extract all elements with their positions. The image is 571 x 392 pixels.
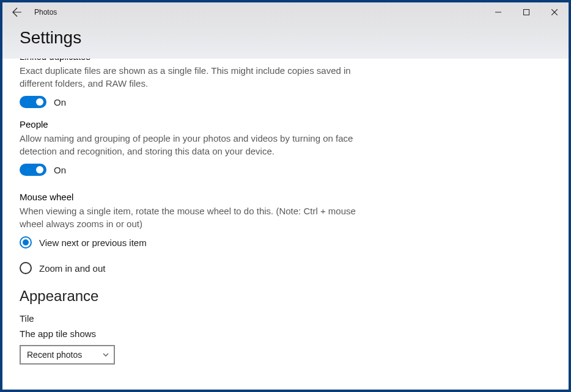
page-header: Settings bbox=[2, 22, 569, 59]
app-title: Photos bbox=[34, 8, 57, 16]
setting-linked-duplicates: Linked duplicates Exact duplicate files … bbox=[20, 59, 362, 108]
close-icon bbox=[551, 9, 558, 15]
setting-title: People bbox=[20, 119, 362, 129]
chevron-down-icon bbox=[103, 352, 109, 358]
setting-description: Allow naming and grouping of people in y… bbox=[20, 132, 362, 158]
minimize-icon bbox=[495, 9, 501, 15]
setting-description: Exact duplicate files are shown as a sin… bbox=[20, 64, 362, 90]
back-arrow-icon bbox=[12, 7, 22, 17]
tile-label: Tile bbox=[20, 313, 551, 324]
radio-label: Zoom in and out bbox=[39, 263, 105, 274]
setting-people: People Allow naming and grouping of peop… bbox=[20, 119, 362, 176]
setting-description: When viewing a single item, rotate the m… bbox=[20, 205, 362, 230]
app-window: Photos Settings Linked duplicates Exact … bbox=[2, 2, 569, 390]
tile-caption: The app tile shows bbox=[20, 328, 551, 339]
minimize-button[interactable] bbox=[484, 2, 512, 22]
tile-select[interactable]: Recent photos bbox=[20, 345, 115, 365]
radio-icon bbox=[20, 262, 32, 274]
back-button[interactable] bbox=[2, 2, 32, 22]
radio-icon bbox=[20, 236, 32, 249]
window-controls bbox=[484, 2, 569, 22]
page-title: Settings bbox=[20, 28, 551, 48]
appearance-heading: Appearance bbox=[20, 288, 551, 305]
setting-title: Linked duplicates bbox=[20, 59, 362, 62]
toggle-state-label: On bbox=[54, 97, 66, 107]
maximize-button[interactable] bbox=[512, 2, 540, 22]
toggle-state-label: On bbox=[54, 165, 66, 175]
tile-select-value: Recent photos bbox=[27, 350, 82, 360]
linked-duplicates-toggle[interactable] bbox=[20, 96, 46, 108]
svg-rect-1 bbox=[524, 10, 529, 15]
maximize-icon bbox=[523, 9, 529, 15]
people-toggle[interactable] bbox=[20, 164, 46, 176]
radio-label: View next or previous item bbox=[39, 238, 147, 248]
settings-content: Linked duplicates Exact duplicate files … bbox=[2, 59, 569, 390]
mouse-wheel-option-zoom[interactable]: Zoom in and out bbox=[20, 262, 362, 274]
setting-mouse-wheel: Mouse wheel When viewing a single item, … bbox=[20, 192, 362, 274]
mouse-wheel-option-next[interactable]: View next or previous item bbox=[20, 236, 362, 249]
setting-title: Mouse wheel bbox=[20, 192, 362, 202]
titlebar: Photos bbox=[2, 2, 569, 22]
close-button[interactable] bbox=[540, 2, 569, 22]
